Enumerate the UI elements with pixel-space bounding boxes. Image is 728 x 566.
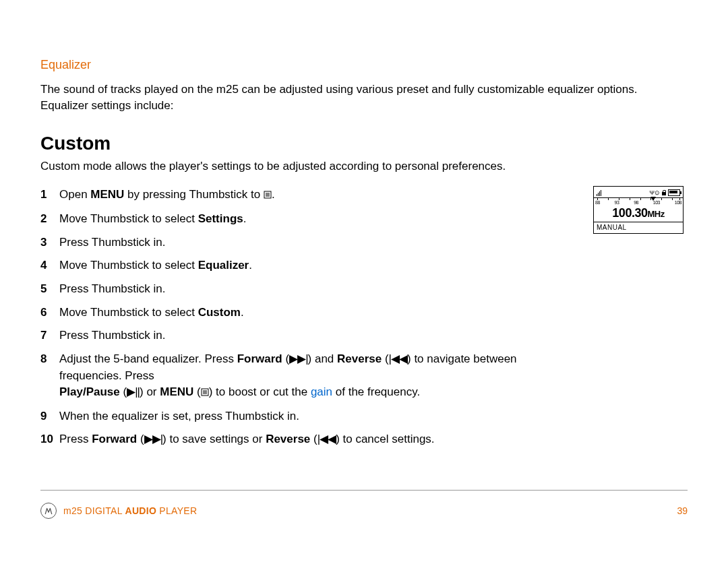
- product-name: m25 DIGITAL AUDIO PLAYER: [63, 505, 197, 516]
- page-footer: m25 DIGITAL AUDIO PLAYER 39: [40, 490, 688, 519]
- step-number: 10: [40, 431, 59, 448]
- step-text: Move Thumbstick to select Settings.: [59, 211, 580, 228]
- step-number: 4: [40, 257, 59, 274]
- manual-page: Equalizer The sound of tracks played on …: [0, 0, 728, 566]
- step-number: 9: [40, 408, 59, 425]
- step-number: 5: [40, 281, 59, 298]
- step-text: Move Thumbstick to select Equalizer.: [59, 257, 580, 274]
- step-item: 5Press Thumbstick in.: [40, 278, 580, 301]
- step-number: 3: [40, 234, 59, 251]
- device-status-bar: Ψ⊙: [594, 187, 683, 197]
- device-screenshot: Ψ⊙ 889398103108 100.30MHz MANUAL: [593, 186, 684, 234]
- step-text: When the equalizer is set, press Thumbst…: [59, 408, 580, 425]
- brand-logo-icon: [40, 503, 57, 519]
- step-item: 1Open MENU by pressing Thumbstick to .: [40, 183, 580, 208]
- page-number: 39: [677, 505, 688, 516]
- heading-description: Custom mode allows the player's settings…: [40, 158, 688, 175]
- step-number: 7: [40, 327, 59, 344]
- step-item: 7Press Thumbstick in.: [40, 324, 580, 348]
- fm-mode: MANUAL: [594, 222, 683, 233]
- step-number: 6: [40, 305, 59, 321]
- lock-icon: [662, 190, 666, 195]
- gain-link[interactable]: gain: [311, 385, 332, 398]
- fm-scale-label: 103: [653, 200, 660, 205]
- step-item: 9When the equalizer is set, press Thumbs…: [40, 405, 580, 429]
- play-pause-icon: ▶||: [127, 385, 140, 398]
- step-number: 2: [40, 211, 59, 228]
- status-icons: Ψ⊙: [649, 189, 680, 196]
- step-text: Press Forward (▶▶|) to save settings or …: [59, 431, 580, 448]
- section-title: Equalizer: [40, 58, 688, 72]
- forward-icon: ▶▶|: [144, 433, 162, 445]
- step-item: 3Press Thumbstick in.: [40, 231, 580, 255]
- fm-frequency: 100.30MHz: [594, 206, 683, 222]
- step-item: 6Move Thumbstick to select Custom.: [40, 301, 580, 325]
- content-row: 1Open MENU by pressing Thumbstick to .2M…: [40, 183, 688, 451]
- fm-scale-labels: 889398103108: [594, 200, 683, 205]
- step-text: Move Thumbstick to select Custom.: [59, 305, 580, 321]
- step-item: 4Move Thumbstick to select Equalizer.: [40, 254, 580, 278]
- reverse-icon: |◀◀: [389, 352, 407, 365]
- fm-scale-label: 98: [634, 200, 638, 205]
- fm-frequency-value: 100.30: [612, 206, 647, 220]
- step-number: 1: [40, 187, 59, 204]
- signal-bars-icon: [597, 189, 602, 196]
- step-text: Adjust the 5-band equalizer. Press Forwa…: [59, 351, 580, 402]
- intro-paragraph: The sound of tracks played on the m25 ca…: [40, 82, 688, 114]
- fm-scale: 889398103108: [594, 197, 683, 206]
- fm-frequency-unit: MHz: [647, 209, 664, 219]
- step-item: 8Adjust the 5-band equalizer. Press Forw…: [40, 348, 580, 405]
- page-heading: Custom: [40, 133, 688, 154]
- step-number: 8: [40, 351, 59, 402]
- step-text: Open MENU by pressing Thumbstick to .: [59, 187, 580, 204]
- step-text: Press Thumbstick in.: [59, 281, 580, 298]
- step-text: Press Thumbstick in.: [59, 327, 580, 344]
- reverse-icon: |◀◀: [317, 433, 336, 445]
- antenna-icon: Ψ⊙: [649, 189, 660, 196]
- step-text: Press Thumbstick in.: [59, 234, 580, 251]
- battery-icon: [668, 189, 680, 196]
- step-item: 2Move Thumbstick to select Settings.: [40, 208, 580, 231]
- forward-icon: ▶▶|: [289, 352, 307, 365]
- fm-scale-label: 108: [675, 200, 681, 205]
- fm-scale-label: 93: [615, 200, 619, 205]
- menu-icon: [264, 187, 272, 204]
- fm-scale-label: 88: [595, 200, 600, 205]
- steps-list: 1Open MENU by pressing Thumbstick to .2M…: [40, 183, 580, 451]
- menu-icon: [201, 385, 209, 402]
- step-item: 10Press Forward (▶▶|) to save settings o…: [40, 428, 580, 451]
